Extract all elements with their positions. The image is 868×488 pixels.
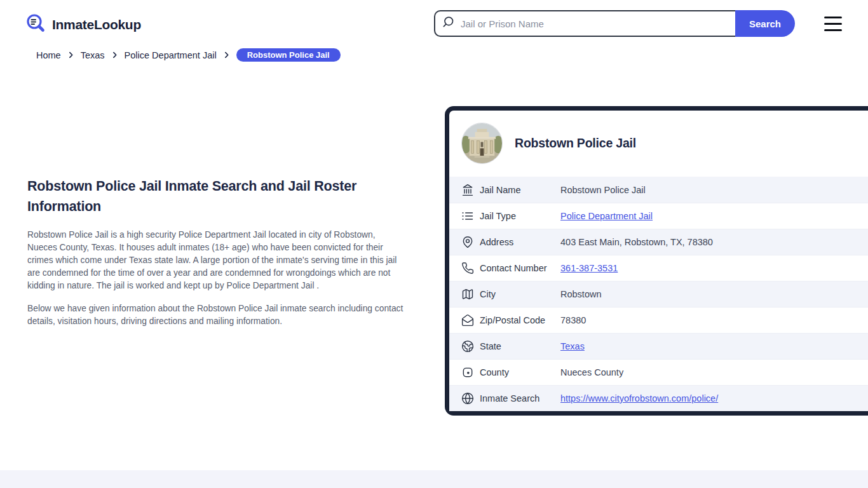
table-row-contact-number: Contact Number 361-387-3531 bbox=[449, 255, 868, 281]
row-label: State bbox=[480, 341, 560, 351]
table-row-state: State Texas bbox=[449, 333, 868, 359]
table-row-zip: Zip/Postal Code 78380 bbox=[449, 307, 868, 333]
row-label: Jail Name bbox=[480, 185, 560, 195]
article-paragraph: Robstown Police Jail is a high security … bbox=[27, 229, 405, 292]
jail-photo bbox=[461, 123, 503, 164]
row-label: Zip/Postal Code bbox=[480, 315, 560, 325]
breadcrumb-home[interactable]: Home bbox=[36, 50, 61, 60]
table-row-county: County Nueces County bbox=[449, 359, 868, 385]
row-label: Contact Number bbox=[480, 263, 560, 273]
row-value: 78380 bbox=[560, 315, 586, 325]
breadcrumb-jail-type[interactable]: Police Department Jail bbox=[125, 50, 217, 60]
brand-name: InmateLookup bbox=[52, 17, 141, 32]
map-pin-icon bbox=[461, 236, 474, 248]
row-label: Inmate Search bbox=[480, 393, 560, 403]
inmate-search-link[interactable]: https://www.cityofrobstown.com/police/ bbox=[560, 393, 718, 403]
article-paragraph: Below we have given information about th… bbox=[27, 302, 405, 328]
row-value: Nueces County bbox=[560, 367, 623, 377]
jail-info-card: Robstown Police Jail Jail Name Robstown … bbox=[445, 106, 868, 416]
row-value: Robstown bbox=[560, 289, 601, 299]
jail-type-link[interactable]: Police Department Jail bbox=[560, 211, 653, 221]
table-row-address: Address 403 East Main, Robstown, TX, 783… bbox=[449, 229, 868, 255]
row-label: City bbox=[480, 289, 560, 299]
search-input-wrap bbox=[434, 10, 735, 37]
chevron-right-icon bbox=[111, 51, 119, 59]
state-link[interactable]: Texas bbox=[560, 341, 585, 351]
list-icon bbox=[461, 210, 474, 222]
row-label: Jail Type bbox=[480, 211, 560, 221]
magnifier-list-icon bbox=[25, 13, 47, 37]
phone-link[interactable]: 361-387-3531 bbox=[560, 263, 618, 273]
mail-open-icon bbox=[461, 314, 474, 327]
row-label: Address bbox=[480, 237, 560, 247]
row-value: Robstown Police Jail bbox=[560, 185, 646, 195]
footer-band bbox=[0, 470, 868, 488]
search-icon bbox=[442, 16, 454, 31]
phone-icon bbox=[461, 262, 474, 274]
county-map-icon bbox=[461, 366, 474, 379]
brand-logo[interactable]: InmateLookup bbox=[25, 13, 141, 37]
card-header: Robstown Police Jail bbox=[449, 111, 868, 164]
breadcrumb-current-badge: Robstown Police Jail bbox=[236, 48, 341, 62]
jail-search-bar: Search bbox=[434, 10, 795, 37]
earth-icon bbox=[461, 340, 474, 353]
map-icon bbox=[461, 288, 474, 301]
page-title: Robstown Police Jail Inmate Search and J… bbox=[27, 176, 405, 217]
jail-info-table: Jail Name Robstown Police Jail Jail Type… bbox=[449, 177, 868, 411]
chevron-right-icon bbox=[67, 51, 75, 59]
breadcrumb: Home Texas Police Department Jail Robsto… bbox=[36, 48, 341, 62]
table-row-city: City Robstown bbox=[449, 281, 868, 307]
table-row-jail-type: Jail Type Police Department Jail bbox=[449, 203, 868, 229]
landmark-icon bbox=[461, 184, 474, 196]
table-row-jail-name: Jail Name Robstown Police Jail bbox=[449, 177, 868, 203]
search-input[interactable] bbox=[459, 18, 730, 30]
article: Robstown Police Jail Inmate Search and J… bbox=[27, 176, 405, 338]
breadcrumb-texas[interactable]: Texas bbox=[81, 50, 105, 60]
search-button[interactable]: Search bbox=[735, 10, 795, 37]
chevron-right-icon bbox=[222, 51, 231, 59]
table-row-inmate-search: Inmate Search https://www.cityofrobstown… bbox=[449, 385, 868, 411]
jail-card-title: Robstown Police Jail bbox=[515, 136, 636, 151]
globe-icon bbox=[461, 392, 474, 405]
row-label: County bbox=[480, 367, 560, 377]
menu-icon[interactable] bbox=[824, 17, 842, 31]
row-value: 403 East Main, Robstown, TX, 78380 bbox=[560, 237, 713, 247]
